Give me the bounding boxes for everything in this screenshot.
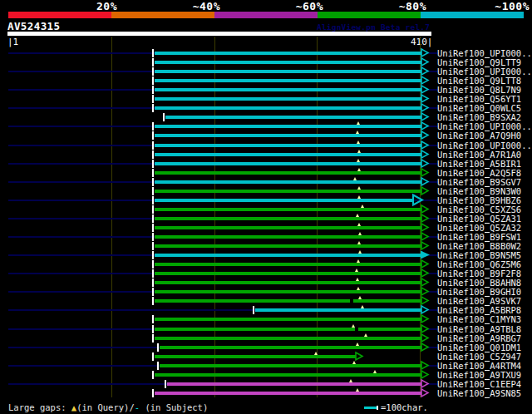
identity-color-scale <box>8 12 524 18</box>
subject-gap-notch <box>355 328 358 331</box>
alignment-bar[interactable] <box>155 153 421 156</box>
blast-alignment-view: { "header": { "scale": { "bar_x": 10, "b… <box>0 0 532 414</box>
alignment-bar[interactable] <box>155 171 421 175</box>
alignment-bar[interactable] <box>160 364 421 367</box>
legend-text: Large gaps: <box>8 402 71 412</box>
legend-text: (in Subject) <box>140 402 208 412</box>
scale-label: ~80% <box>399 0 426 11</box>
query-accession: AV524315 <box>7 20 60 32</box>
alignment-bar[interactable] <box>155 244 421 248</box>
query-gap-icon <box>356 278 359 281</box>
alignment-start-tick <box>253 306 254 314</box>
query-bar <box>7 32 431 36</box>
scale-segment <box>318 12 421 18</box>
hit-label[interactable]: UniRef100 A9SN85 <box>437 389 521 398</box>
alignment-start-tick <box>163 113 165 121</box>
alignment-bar[interactable] <box>155 180 421 184</box>
alignment-bar[interactable] <box>165 116 421 119</box>
query-gap-icon <box>357 186 361 190</box>
alignment-start-tick <box>152 141 154 150</box>
query-gap-icon <box>357 121 360 125</box>
alignment-start-tick <box>152 297 154 305</box>
query-gap-icon <box>364 333 367 337</box>
alignment-start-tick <box>152 67 154 76</box>
alignment-bar[interactable] <box>155 190 421 193</box>
alignment-bar[interactable] <box>155 88 421 91</box>
query-gap-icon <box>357 140 360 144</box>
alignment-bar[interactable] <box>155 226 421 229</box>
alignment-bar[interactable] <box>155 254 421 257</box>
gap-legend: Large gaps: ▲(in Query)/- (in Subject) <box>8 402 208 412</box>
scale-legend-line <box>364 407 377 409</box>
alignment-start-tick <box>152 169 154 177</box>
gridline <box>111 37 112 397</box>
alignment-bar[interactable] <box>155 52 421 55</box>
alignment-start-tick <box>152 86 154 94</box>
alignment-bar[interactable] <box>155 235 421 239</box>
query-gap-icon <box>355 269 358 272</box>
query-gap-icon <box>349 379 352 382</box>
query-gap-icon <box>358 250 362 254</box>
alignment-bar[interactable] <box>155 272 421 275</box>
query-gap-icon <box>356 131 359 134</box>
alignment-bar[interactable] <box>155 162 421 165</box>
app-title: AlignView.pm Beta rel.7 <box>317 22 430 32</box>
alignment-start-tick <box>152 122 154 131</box>
scale-segment <box>214 12 318 18</box>
alignment-bar[interactable] <box>155 355 356 358</box>
hit-label[interactable]: UniRef100 A7Q9H0 <box>437 131 521 140</box>
alignment-start-tick <box>152 371 154 379</box>
scale-label: ~40% <box>193 0 220 11</box>
alignment-start-tick <box>152 76 154 85</box>
alignment-start-tick <box>152 278 154 287</box>
alignment-bar[interactable] <box>155 125 421 128</box>
query-gap-icon <box>353 177 357 180</box>
alignment-bar[interactable] <box>155 281 421 284</box>
alignment-bar[interactable] <box>155 79 421 82</box>
query-end-coordinate: 410| <box>411 37 433 47</box>
query-gap-icon <box>357 259 360 263</box>
alignment-bar[interactable] <box>155 373 421 377</box>
alignment-bar[interactable] <box>155 299 421 303</box>
alignment-bar[interactable] <box>155 61 421 64</box>
alignment-start-tick <box>152 214 154 223</box>
alignment-bar[interactable] <box>155 70 421 73</box>
query-gap-icon <box>314 352 318 355</box>
alignment-bar[interactable] <box>155 144 421 147</box>
scale-label: ~100% <box>495 0 530 11</box>
alignment-bar[interactable] <box>155 337 421 340</box>
alignment-start-tick <box>152 131 154 140</box>
scale-label: 20% <box>96 0 117 11</box>
alignment-bar[interactable] <box>155 199 413 202</box>
alignment-bar[interactable] <box>155 208 421 211</box>
alignment-bar[interactable] <box>155 106 421 110</box>
alignment-start-tick <box>152 260 154 269</box>
legend-text: (in Query)/ <box>76 402 135 412</box>
alignment-start-tick <box>152 315 154 323</box>
alignment-start-tick <box>152 334 154 343</box>
alignment-bar[interactable] <box>155 97 421 101</box>
alignment-start-tick <box>152 160 154 168</box>
alignment-start-tick <box>152 104 154 112</box>
alignment-bar[interactable] <box>255 308 421 312</box>
alignment-bar[interactable] <box>160 346 421 349</box>
hit-label[interactable]: UniRef100 C1MYN3 <box>437 315 521 324</box>
query-gap-icon <box>357 223 361 226</box>
query-gap-icon <box>361 305 364 308</box>
alignment-start-tick <box>152 224 154 232</box>
scale-segment <box>8 12 111 18</box>
alignment-bar[interactable] <box>155 263 421 266</box>
alignment-bar[interactable] <box>155 290 421 293</box>
alignment-start-tick <box>152 205 154 214</box>
alignment-bar[interactable] <box>167 382 421 386</box>
alignment-bar[interactable] <box>155 328 421 331</box>
alignment-bar[interactable] <box>155 217 421 220</box>
alignment-start-tick <box>152 242 154 250</box>
alignment-bar[interactable] <box>155 134 421 137</box>
alignment-start-tick <box>157 362 159 370</box>
alignment-start-tick <box>165 380 166 388</box>
alignment-start-tick <box>152 233 154 241</box>
alignment-bar[interactable] <box>155 318 421 321</box>
query-start-coordinate: |1 <box>7 37 18 47</box>
alignment-bar[interactable] <box>155 392 421 395</box>
